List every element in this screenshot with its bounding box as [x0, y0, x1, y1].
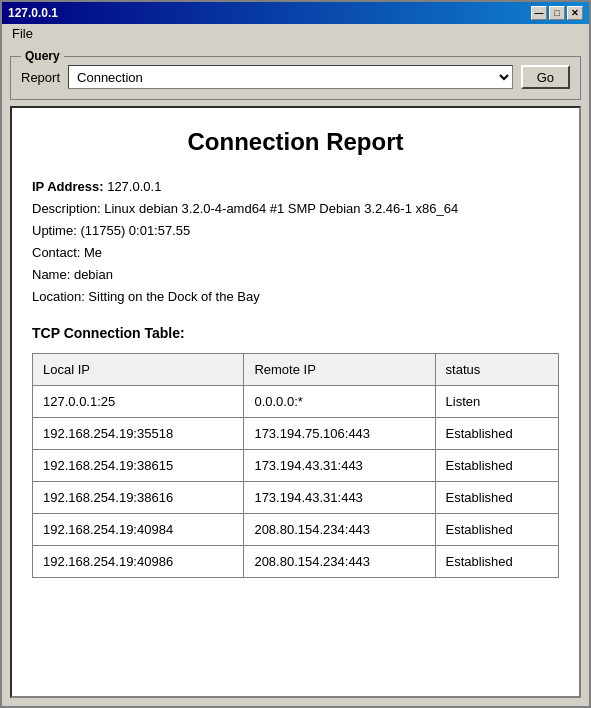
query-row: Report Connection Go: [21, 65, 570, 89]
col-status: status: [435, 353, 558, 385]
table-row: 192.168.254.19:38616173.194.43.31:443Est…: [33, 481, 559, 513]
report-title: Connection Report: [32, 128, 559, 156]
table-row: 192.168.254.19:38615173.194.43.31:443Est…: [33, 449, 559, 481]
minimize-button[interactable]: —: [531, 6, 547, 20]
report-select[interactable]: Connection: [68, 65, 513, 89]
ip-label: IP Address:: [32, 179, 104, 194]
cell-status: Listen: [435, 385, 558, 417]
cell-local-ip: 192.168.254.19:40984: [33, 513, 244, 545]
content-area[interactable]: Connection Report IP Address: 127.0.0.1 …: [10, 106, 581, 698]
close-button[interactable]: ✕: [567, 6, 583, 20]
table-title: TCP Connection Table:: [32, 325, 559, 341]
report-select-wrapper: Connection: [68, 65, 513, 89]
col-remote-ip: Remote IP: [244, 353, 435, 385]
cell-status: Established: [435, 481, 558, 513]
info-section: IP Address: 127.0.0.1 Description: Linux…: [32, 176, 559, 309]
ip-line: IP Address: 127.0.0.1: [32, 176, 559, 198]
desc-line: Description: Linux debian 3.2.0-4-amd64 …: [32, 198, 559, 220]
cell-status: Established: [435, 513, 558, 545]
query-legend: Query: [21, 49, 64, 63]
cell-local-ip: 192.168.254.19:40986: [33, 545, 244, 577]
main-window: 127.0.0.1 — □ ✕ File Query Report Connec…: [0, 0, 591, 708]
table-header-row: Local IP Remote IP status: [33, 353, 559, 385]
file-menu[interactable]: File: [6, 24, 39, 43]
title-bar: 127.0.0.1 — □ ✕: [2, 2, 589, 24]
cell-remote-ip: 173.194.43.31:443: [244, 449, 435, 481]
table-row: 192.168.254.19:35518173.194.75.106:443Es…: [33, 417, 559, 449]
cell-local-ip: 192.168.254.19:38616: [33, 481, 244, 513]
cell-local-ip: 192.168.254.19:38615: [33, 449, 244, 481]
cell-remote-ip: 208.80.154.234:443: [244, 513, 435, 545]
connection-table: Local IP Remote IP status 127.0.0.1:250.…: [32, 353, 559, 578]
table-row: 127.0.0.1:250.0.0.0:*Listen: [33, 385, 559, 417]
cell-local-ip: 127.0.0.1:25: [33, 385, 244, 417]
cell-local-ip: 192.168.254.19:35518: [33, 417, 244, 449]
cell-status: Established: [435, 545, 558, 577]
cell-remote-ip: 0.0.0.0:*: [244, 385, 435, 417]
cell-remote-ip: 173.194.43.31:443: [244, 481, 435, 513]
col-local-ip: Local IP: [33, 353, 244, 385]
maximize-button[interactable]: □: [549, 6, 565, 20]
ip-value: 127.0.0.1: [107, 179, 161, 194]
cell-remote-ip: 173.194.75.106:443: [244, 417, 435, 449]
location-line: Location: Sitting on the Dock of the Bay: [32, 286, 559, 308]
go-button[interactable]: Go: [521, 65, 570, 89]
contact-line: Contact: Me: [32, 242, 559, 264]
menu-bar: File: [2, 24, 589, 43]
table-row: 192.168.254.19:40986208.80.154.234:443Es…: [33, 545, 559, 577]
uptime-line: Uptime: (11755) 0:01:57.55: [32, 220, 559, 242]
table-row: 192.168.254.19:40984208.80.154.234:443Es…: [33, 513, 559, 545]
report-label: Report: [21, 70, 60, 85]
name-line: Name: debian: [32, 264, 559, 286]
window-title: 127.0.0.1: [8, 6, 58, 20]
cell-remote-ip: 208.80.154.234:443: [244, 545, 435, 577]
cell-status: Established: [435, 417, 558, 449]
title-bar-buttons: — □ ✕: [531, 6, 583, 20]
cell-status: Established: [435, 449, 558, 481]
